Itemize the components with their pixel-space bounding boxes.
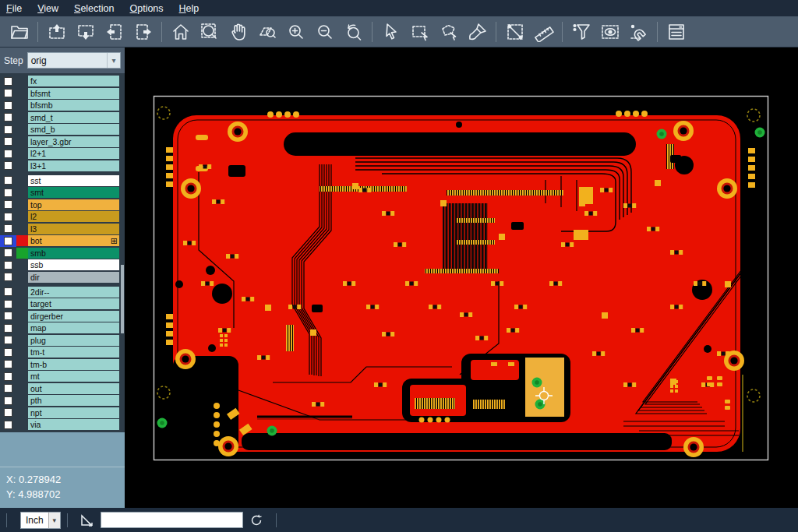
layer-color-swatch[interactable] <box>16 347 28 358</box>
refresh-icon[interactable] <box>249 513 264 528</box>
layer-row-2dir-[interactable]: 2dir-- <box>0 287 125 298</box>
layer-list-scrollbar[interactable] <box>121 265 124 333</box>
layer-color-swatch[interactable] <box>16 148 28 159</box>
move-up-button[interactable] <box>42 19 71 45</box>
layer-visibility-checkbox[interactable] <box>0 199 16 210</box>
layer-row-smb[interactable]: smb <box>0 248 125 259</box>
layer-color-swatch[interactable] <box>16 160 28 171</box>
layer-row-l2-1[interactable]: l2+1 <box>0 148 125 159</box>
layer-visibility-checkbox[interactable] <box>0 223 16 234</box>
unit-select[interactable]: Inch ▾ <box>20 512 61 529</box>
layer-row-map[interactable]: map <box>0 322 125 333</box>
layer-visibility-checkbox[interactable] <box>0 358 16 370</box>
menu-help[interactable]: Help <box>179 3 200 14</box>
layer-color-swatch[interactable] <box>16 136 28 147</box>
filter-button[interactable] <box>567 19 595 45</box>
measure-distance-button[interactable] <box>500 19 529 45</box>
layer-visibility-checkbox[interactable] <box>0 419 16 431</box>
layer-visibility-checkbox[interactable] <box>0 187 16 199</box>
layer-visibility-checkbox[interactable] <box>0 382 16 394</box>
layer-color-swatch[interactable] <box>16 259 28 270</box>
layer-visibility-checkbox[interactable] <box>0 259 16 271</box>
measure-ruler-button[interactable] <box>529 19 558 45</box>
layer-row-smd-t[interactable]: smd_t <box>0 112 125 123</box>
layer-row-out[interactable]: out <box>0 383 125 394</box>
layer-visibility-checkbox[interactable] <box>0 160 16 171</box>
zoom-out-button[interactable] <box>310 19 339 45</box>
layer-visibility-checkbox[interactable] <box>0 124 16 136</box>
layer-visibility-checkbox[interactable] <box>0 310 16 322</box>
layer-row-bfsmb[interactable]: bfsmb <box>0 100 125 111</box>
zoom-previous-button[interactable] <box>339 19 368 45</box>
layer-color-swatch[interactable] <box>16 322 28 333</box>
layer-visibility-checkbox[interactable] <box>0 111 16 123</box>
layer-color-swatch[interactable] <box>16 187 28 198</box>
layer-color-swatch[interactable] <box>16 287 28 298</box>
zoom-window-button[interactable] <box>195 19 224 45</box>
layer-visibility-checkbox[interactable] <box>0 407 16 418</box>
layer-visibility-checkbox[interactable] <box>0 395 16 407</box>
highlight-eye-button[interactable] <box>595 19 624 45</box>
layer-row-dir[interactable]: dir <box>0 272 125 283</box>
zoom-object-button[interactable] <box>252 19 281 45</box>
layer-visibility-checkbox[interactable] <box>0 148 16 160</box>
open-folder-button[interactable] <box>5 19 34 45</box>
layer-visibility-checkbox[interactable] <box>0 347 16 358</box>
layer-color-swatch[interactable] <box>16 100 28 111</box>
layer-row-npt[interactable]: npt <box>0 407 125 418</box>
layers-panel-button[interactable] <box>662 19 690 45</box>
pcb-canvas[interactable] <box>125 48 798 508</box>
layer-row-tm-b[interactable]: tm-b <box>0 359 125 370</box>
layer-visibility-checkbox[interactable] <box>0 76 16 87</box>
move-down-button[interactable] <box>71 19 100 45</box>
layer-row-dirgerber[interactable]: dirgerber <box>0 311 125 322</box>
layer-color-swatch[interactable] <box>16 175 28 186</box>
layer-visibility-checkbox[interactable] <box>0 211 16 223</box>
move-right-button[interactable] <box>129 19 157 45</box>
select-polygon-button[interactable] <box>434 19 463 45</box>
layer-visibility-checkbox[interactable] <box>0 298 16 310</box>
layer-row-l3-1[interactable]: l3+1 <box>0 160 125 171</box>
layer-color-swatch[interactable] <box>16 211 28 222</box>
layer-row-target[interactable]: target <box>0 298 125 309</box>
pan-hand-button[interactable] <box>224 19 252 45</box>
layer-visibility-checkbox[interactable] <box>0 271 16 283</box>
layer-visibility-checkbox[interactable] <box>0 87 16 99</box>
layer-color-swatch[interactable] <box>16 359 28 370</box>
layer-visibility-checkbox[interactable] <box>0 334 16 346</box>
layer-color-swatch[interactable] <box>16 124 28 135</box>
layer-row-ssb[interactable]: ssb <box>0 259 125 270</box>
zoom-in-button[interactable] <box>281 19 310 45</box>
layer-color-swatch[interactable] <box>16 298 28 309</box>
layer-row-bfsmt[interactable]: bfsmt <box>0 88 125 99</box>
layer-row-layer-3-gbr[interactable]: layer_3.gbr <box>0 136 125 147</box>
layer-visibility-checkbox[interactable] <box>0 286 16 298</box>
move-left-button[interactable] <box>100 19 129 45</box>
layer-row-smd-b[interactable]: smd_b <box>0 124 125 135</box>
layer-color-swatch[interactable] <box>16 112 28 123</box>
menu-selection[interactable]: Selection <box>74 3 114 14</box>
layer-color-swatch[interactable] <box>16 235 28 246</box>
select-rect-button[interactable] <box>405 19 434 45</box>
clean-brush-button[interactable] <box>463 19 492 45</box>
layer-color-swatch[interactable] <box>16 311 28 322</box>
layer-row-mt[interactable]: mt <box>0 371 125 382</box>
layer-row-plug[interactable]: plug <box>0 335 125 346</box>
command-input[interactable] <box>101 512 243 528</box>
layer-row-smt[interactable]: smt <box>0 187 125 198</box>
layer-color-swatch[interactable] <box>16 272 28 283</box>
layer-visibility-checkbox[interactable] <box>0 136 16 147</box>
layer-visibility-checkbox[interactable] <box>0 322 16 334</box>
angle-measure-icon[interactable] <box>79 513 95 528</box>
layer-color-swatch[interactable] <box>16 395 28 406</box>
step-select[interactable]: orig ▾ <box>27 52 121 69</box>
layer-color-swatch[interactable] <box>16 224 28 234</box>
layer-row-sst[interactable]: sst <box>0 175 125 186</box>
menu-options[interactable]: Options <box>129 3 163 14</box>
menu-file[interactable]: File <box>6 3 22 14</box>
layer-row-bot[interactable]: bot⊞ <box>0 235 125 246</box>
layer-row-l2[interactable]: l2 <box>0 211 125 222</box>
layer-visibility-checkbox[interactable] <box>0 371 16 382</box>
layer-color-swatch[interactable] <box>16 383 28 394</box>
layer-visibility-checkbox[interactable] <box>0 100 16 111</box>
